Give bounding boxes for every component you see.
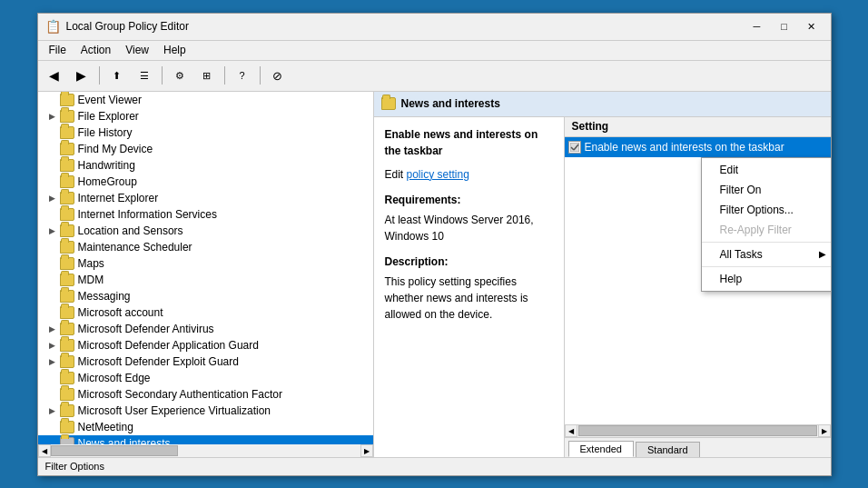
tree-item-microsoft-account[interactable]: Microsoft account — [38, 304, 373, 321]
settings-h-scrollbar[interactable]: ◀ ▶ — [565, 424, 831, 437]
requirements-title: Requirements: — [385, 192, 553, 208]
ctx-help[interactable]: Help — [702, 269, 831, 289]
folder-icon — [60, 437, 74, 444]
show-hide-button[interactable]: ☰ — [132, 64, 157, 87]
panel-folder-icon — [381, 97, 396, 110]
menu-action[interactable]: Action — [74, 42, 118, 58]
tree-item-handwriting[interactable]: Handwriting — [38, 157, 373, 174]
tree-item-defender-exploit[interactable]: ▶ Microsoft Defender Exploit Guard — [38, 354, 373, 370]
tree-item-defender-app-guard[interactable]: ▶ Microsoft Defender Application Guard — [38, 337, 373, 354]
folder-icon — [60, 290, 74, 303]
menu-view[interactable]: View — [118, 42, 156, 58]
properties-button[interactable]: ⚙ — [167, 64, 192, 87]
folder-icon — [60, 274, 74, 286]
tab-standard[interactable]: Standard — [636, 442, 700, 457]
ctx-separator-2 — [702, 266, 831, 267]
new-window-button[interactable]: ⊞ — [194, 64, 220, 87]
maximize-button[interactable]: □ — [773, 17, 796, 35]
toolbar-separator-1 — [99, 66, 100, 85]
folder-icon — [60, 257, 74, 270]
folder-icon — [60, 224, 74, 237]
submenu-arrow: ▶ — [819, 249, 826, 259]
title-bar-controls: ─ □ ✕ — [745, 17, 824, 35]
left-panel: Event Viewer ▶ File Explorer File Histor… — [38, 92, 374, 457]
app-icon: 📋 — [45, 19, 61, 34]
title-bar: 📋 Local Group Policy Editor ─ □ ✕ — [38, 14, 831, 41]
folder-icon — [60, 126, 74, 139]
tree-item-maps[interactable]: Maps — [38, 255, 373, 272]
tree-item-netmeeting[interactable]: NetMeeting — [38, 419, 373, 435]
tree-item-file-history[interactable]: File History — [38, 124, 373, 141]
setting-row-enable-news[interactable]: Enable news and interests on the taskbar — [565, 137, 831, 157]
tree-item-defender-antivirus[interactable]: ▶ Microsoft Defender Antivirus — [38, 321, 373, 337]
filter-button[interactable]: ⊘ — [265, 64, 291, 87]
up-button[interactable]: ⬆ — [104, 64, 130, 87]
forward-button[interactable]: ▶ — [69, 64, 94, 87]
tree-item-internet-explorer[interactable]: ▶ Internet Explorer — [38, 190, 373, 206]
desc-body: This policy setting specifies whether ne… — [385, 274, 553, 323]
ctx-filter-options[interactable]: Filter Options... — [702, 200, 831, 220]
settings-list: Enable news and interests on the taskbar… — [565, 137, 831, 424]
tree-item-iis[interactable]: Internet Information Services — [38, 206, 373, 223]
policy-link[interactable]: policy setting — [407, 168, 469, 181]
tabs-bar: Extended Standard — [565, 437, 831, 457]
desc-title: Enable news and interests on the taskbar — [385, 126, 553, 159]
toolbar-separator-3 — [224, 66, 225, 85]
tree-item-maintenance-scheduler[interactable]: Maintenance Scheduler — [38, 239, 373, 255]
right-panel: News and interests Enable news and inter… — [374, 92, 831, 457]
scroll-left-arrow[interactable]: ◀ — [38, 444, 51, 457]
ctx-separator-1 — [702, 242, 831, 243]
setting-label: Enable news and interests on the taskbar — [585, 141, 784, 154]
folder-icon — [60, 110, 74, 123]
tree-item-news-interests[interactable]: News and interests — [38, 435, 373, 444]
settings-scroll-left[interactable]: ◀ — [565, 424, 577, 437]
folder-icon — [60, 192, 74, 204]
ctx-filter-on[interactable]: Filter On — [702, 180, 831, 200]
ctx-reapply-filter: Re-Apply Filter — [702, 220, 831, 240]
settings-scroll-right[interactable]: ▶ — [818, 424, 831, 437]
desc-edit-line: Edit policy setting — [385, 166, 553, 183]
minimize-button[interactable]: ─ — [745, 17, 769, 35]
folder-icon — [60, 339, 74, 352]
folder-icon — [60, 355, 74, 368]
folder-icon — [60, 241, 74, 254]
menu-file[interactable]: File — [42, 42, 74, 58]
tree-view[interactable]: Event Viewer ▶ File Explorer File Histor… — [38, 92, 373, 444]
description-section: Description: This policy setting specifi… — [385, 254, 553, 323]
tree-item-file-explorer[interactable]: ▶ File Explorer — [38, 108, 373, 124]
folder-icon — [60, 323, 74, 335]
toolbar-separator-2 — [162, 66, 163, 85]
folder-icon — [60, 306, 74, 319]
h-scrollbar-left[interactable]: ◀ ▶ — [38, 444, 373, 457]
help-button[interactable]: ? — [230, 64, 255, 87]
scroll-right-arrow[interactable]: ▶ — [360, 444, 373, 457]
tree-item-homegroup[interactable]: HomeGroup — [38, 174, 373, 190]
requirements-text: At least Windows Server 2016, Windows 10 — [385, 212, 553, 244]
context-menu: Edit Filter On Filter Options... Re-Appl… — [701, 157, 831, 292]
edit-prefix: Edit — [385, 168, 407, 181]
tree-item-find-my-device[interactable]: Find My Device — [38, 141, 373, 157]
ctx-all-tasks[interactable]: All Tasks ▶ — [702, 244, 831, 264]
menu-help[interactable]: Help — [156, 42, 193, 58]
tree-item-location-sensors[interactable]: ▶ Location and Sensors — [38, 223, 373, 239]
tab-extended[interactable]: Extended — [568, 441, 634, 457]
folder-icon — [60, 372, 74, 384]
tree-item-ms-user-exp[interactable]: ▶ Microsoft User Experience Virtualizati… — [38, 403, 373, 419]
panel-title: News and interests — [401, 97, 500, 110]
tree-item-messaging[interactable]: Messaging — [38, 288, 373, 304]
description-area: Enable news and interests on the taskbar… — [374, 117, 565, 457]
panel-content: Enable news and interests on the taskbar… — [374, 117, 831, 457]
main-area: Event Viewer ▶ File Explorer File Histor… — [38, 92, 831, 457]
back-button[interactable]: ◀ — [42, 64, 67, 87]
setting-icon — [568, 141, 581, 154]
tree-item-event-viewer[interactable]: Event Viewer — [38, 92, 373, 108]
tree-item-mdm[interactable]: MDM — [38, 272, 373, 288]
folder-icon — [60, 94, 74, 106]
folder-icon — [60, 175, 74, 188]
tree-item-microsoft-edge[interactable]: Microsoft Edge — [38, 370, 373, 386]
toolbar: ◀ ▶ ⬆ ☰ ⚙ ⊞ ? ⊘ — [38, 61, 831, 92]
main-window: 📋 Local Group Policy Editor ─ □ ✕ File A… — [37, 13, 832, 476]
tree-item-ms-secondary-auth[interactable]: Microsoft Secondary Authentication Facto… — [38, 386, 373, 403]
close-button[interactable]: ✕ — [800, 17, 824, 35]
ctx-edit[interactable]: Edit — [702, 160, 831, 180]
